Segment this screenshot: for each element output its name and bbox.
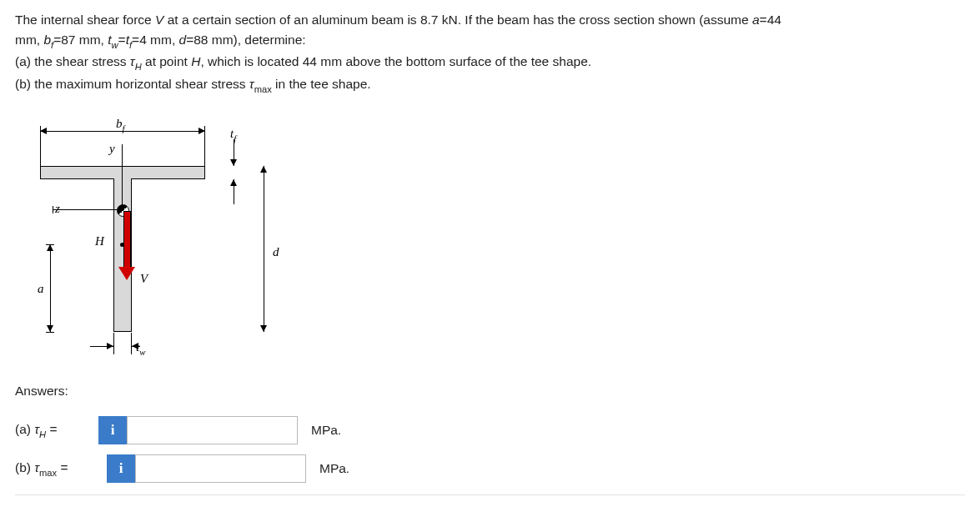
answer-a-input[interactable] [127,416,298,444]
answer-b-input[interactable] [135,454,306,483]
answer-b-unit: MPa. [319,459,349,479]
answer-a-label: (a) τH = [15,419,98,441]
shear-arrow-icon [118,267,135,280]
info-button-b[interactable]: i [107,454,135,483]
answers-heading: Answers: [15,381,965,401]
answer-a-unit: MPa. [311,420,341,440]
answer-row-a: (a) τH = i MPa. [15,416,965,444]
problem-statement: The internal shear force V at a certain … [15,10,965,96]
divider [15,494,965,495]
cross-section-figure: bf tf y z H V a d tw [15,119,299,369]
info-button-a[interactable]: i [98,416,127,444]
answer-b-label: (b) τmax = [15,458,107,479]
answer-row-b: (b) τmax = i MPa. [15,454,965,483]
